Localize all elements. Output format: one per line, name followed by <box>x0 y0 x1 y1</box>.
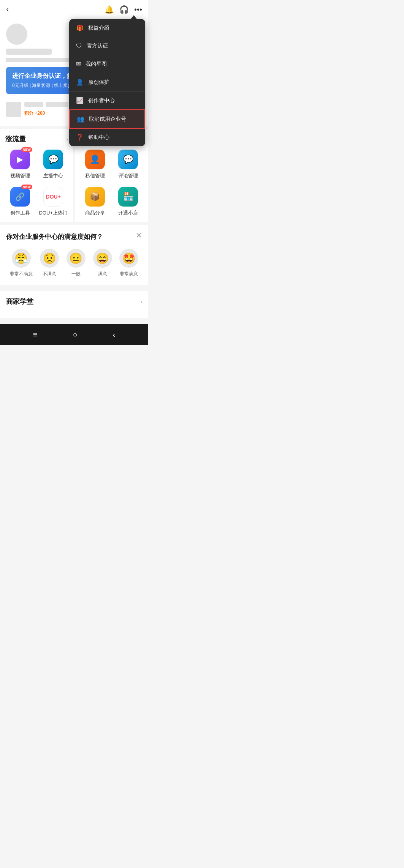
dropdown-item-verify[interactable]: 🛡 官方认证 <box>69 37 145 55</box>
dropdown-arrow <box>131 15 137 19</box>
starmap-icon: ✉ <box>76 60 81 68</box>
dropdown-item-cancel-trial[interactable]: 👥 取消试用企业号 <box>69 109 145 129</box>
dropdown-item-original[interactable]: 👤 原创保护 <box>69 73 145 92</box>
original-icon: 👤 <box>76 79 84 86</box>
dropdown-item-help[interactable]: ❓ 帮助中心 <box>69 128 145 146</box>
benefits-icon: 🎁 <box>76 24 84 32</box>
help-label: 帮助中心 <box>88 134 109 141</box>
creator-label: 创作者中心 <box>88 97 115 104</box>
verify-icon: 🛡 <box>76 43 82 49</box>
dropdown-overlay: 🎁 权益介绍 🛡 官方认证 ✉ 我的星图 👤 原创保护 📈 创作者中心 👥 <box>0 0 148 345</box>
verify-label: 官方认证 <box>87 43 108 49</box>
dropdown-item-benefits[interactable]: 🎁 权益介绍 <box>69 19 145 37</box>
help-icon: ❓ <box>76 134 84 141</box>
dropdown-item-creator[interactable]: 📈 创作者中心 <box>69 92 145 110</box>
cancel-trial-label: 取消试用企业号 <box>89 116 126 123</box>
starmap-label: 我的星图 <box>86 61 107 68</box>
cancel-trial-icon: 👥 <box>77 115 84 123</box>
creator-icon: 📈 <box>76 97 84 104</box>
dropdown-item-starmap[interactable]: ✉ 我的星图 <box>69 55 145 73</box>
benefits-label: 权益介绍 <box>88 25 109 32</box>
dropdown-menu: 🎁 权益介绍 🛡 官方认证 ✉ 我的星图 👤 原创保护 📈 创作者中心 👥 <box>69 19 145 146</box>
original-label: 原创保护 <box>88 79 109 86</box>
